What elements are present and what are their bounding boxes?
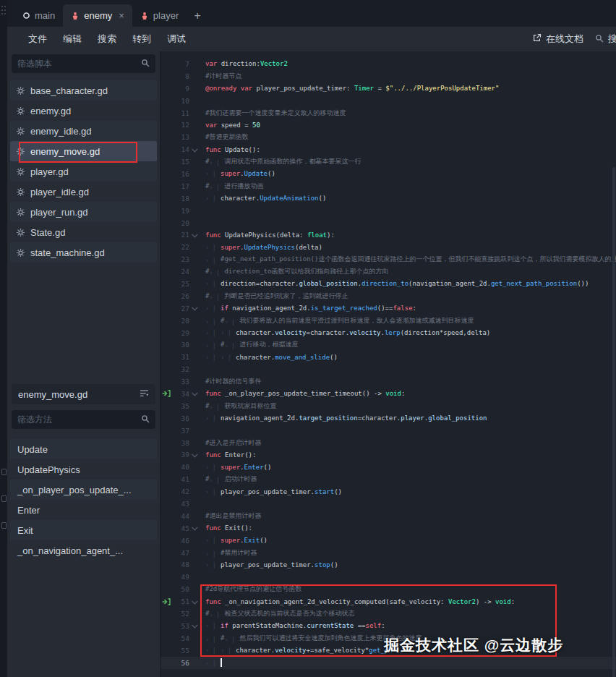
scene-tab-main[interactable]: main — [14, 4, 63, 27]
code-line-38[interactable]: 38#进入是开启计时器 — [161, 437, 616, 449]
code-line-44[interactable]: 44#退出是禁用计时器 — [161, 510, 616, 522]
gutter[interactable]: 36 — [161, 412, 202, 425]
gutter[interactable]: 40 — [161, 461, 202, 473]
code-line-11[interactable]: 11#我们还需要一个速度变量来定义敌人的移动速度 — [161, 107, 616, 119]
line-number[interactable]: 32 — [172, 365, 189, 373]
code-editor[interactable]: 7var direction:Vector28#计时器节点9@onready v… — [161, 51, 616, 677]
gutter[interactable]: 14 — [161, 143, 202, 156]
code-line-40[interactable]: 40›|super.Enter() — [161, 461, 616, 473]
script-list-item-enemy_idle.gd[interactable]: enemy_idle.gd — [10, 121, 157, 141]
gutter[interactable]: 18 — [161, 192, 202, 205]
fold-toggle[interactable] — [189, 233, 201, 237]
code-line-29[interactable]: 29›|›|character.velocity=character.veloc… — [161, 327, 616, 339]
sort-methods-button[interactable] — [140, 389, 149, 400]
code-line-27[interactable]: 27›|if navigation_agent_2d.is_target_rea… — [161, 302, 616, 315]
code-line-10[interactable]: 10 — [161, 95, 616, 107]
line-number[interactable]: 22 — [172, 243, 189, 251]
gutter[interactable]: 26 — [161, 290, 202, 302]
line-number[interactable]: 34 — [172, 390, 189, 398]
method-list-item[interactable]: Exit — [10, 520, 157, 540]
code-line-8[interactable]: 8#计时器节点 — [161, 70, 616, 82]
line-number[interactable]: 8 — [172, 72, 189, 80]
fold-arrow-icon[interactable] — [192, 305, 197, 310]
gutter[interactable]: 31 — [161, 351, 202, 363]
code-line-20[interactable]: 20 — [161, 217, 616, 229]
code-line-51[interactable]: 51func _on_navigation_agent_2d_velocity_… — [161, 595, 616, 608]
line-number[interactable]: 20 — [172, 219, 189, 227]
line-number[interactable]: 18 — [172, 195, 189, 203]
code-line-45[interactable]: 45func Exit(): — [161, 522, 616, 535]
dock-drag-handle[interactable] — [1, 6, 3, 7]
code-line-22[interactable]: 22›|super.UpdatePhysics(delta) — [161, 241, 616, 253]
fold-arrow-icon[interactable] — [192, 231, 197, 237]
line-number[interactable]: 40 — [172, 463, 189, 471]
code-line-50[interactable]: 50#2d导航代理节点的避让信号函数 — [161, 583, 616, 595]
line-number[interactable]: 13 — [172, 133, 189, 141]
signal-connection-slot[interactable] — [161, 598, 172, 605]
code-line-16[interactable]: 16›|super.Update() — [161, 168, 616, 180]
tab-close-icon[interactable]: × — [119, 10, 124, 21]
code-line-46[interactable]: 46›|super.Exit() — [161, 535, 616, 547]
gutter[interactable]: 15 — [161, 156, 202, 168]
line-number[interactable]: 10 — [172, 97, 189, 105]
line-number[interactable]: 51 — [172, 597, 189, 605]
gutter[interactable]: 51 — [161, 595, 202, 608]
fold-arrow-icon[interactable] — [192, 598, 197, 604]
fold-toggle[interactable] — [189, 148, 201, 152]
line-number[interactable]: 33 — [172, 378, 189, 386]
signal-connection-icon[interactable] — [162, 390, 171, 397]
gutter[interactable]: 8 — [161, 70, 202, 82]
line-number[interactable]: 21 — [172, 231, 189, 239]
gutter[interactable]: 33 — [161, 375, 202, 388]
gutter[interactable]: 7 — [161, 58, 202, 70]
gutter[interactable]: 50 — [161, 583, 202, 595]
line-number[interactable]: 31 — [172, 353, 189, 361]
signal-connection-icon[interactable] — [162, 598, 171, 605]
fold-arrow-icon[interactable] — [192, 451, 197, 457]
gutter[interactable]: 22 — [161, 241, 202, 253]
gutter[interactable]: 34 — [161, 388, 202, 400]
line-number[interactable]: 49 — [172, 573, 189, 581]
line-number[interactable]: 36 — [172, 414, 189, 422]
line-number[interactable]: 39 — [172, 451, 189, 459]
line-number[interactable]: 7 — [172, 60, 189, 68]
gutter[interactable]: 49 — [161, 571, 202, 583]
line-number[interactable]: 25 — [172, 280, 189, 288]
gutter[interactable]: 27 — [161, 302, 202, 315]
gutter[interactable]: 53 — [161, 620, 202, 632]
gutter[interactable]: 52 — [161, 608, 202, 620]
code-line-49[interactable]: 49 — [161, 571, 616, 583]
fold-arrow-icon[interactable] — [192, 524, 197, 530]
method-list-item[interactable]: UpdatePhysics — [10, 459, 157, 480]
line-number[interactable]: 50 — [172, 585, 189, 593]
gutter[interactable]: 25 — [161, 278, 202, 290]
gutter[interactable]: 24 — [161, 265, 202, 278]
menu-item-调试[interactable]: 调试 — [159, 33, 194, 46]
dock-toggle-icon[interactable] — [1, 469, 7, 475]
gutter[interactable]: 47 — [161, 547, 202, 559]
code-line-14[interactable]: 14func Update(): — [161, 143, 616, 156]
line-number[interactable]: 19 — [172, 207, 189, 215]
fold-toggle[interactable] — [189, 391, 201, 396]
script-list-item-enemy.gd[interactable]: enemy.gd — [10, 101, 157, 121]
code-line-12[interactable]: 12var speed = 50 — [161, 119, 616, 131]
menu-item-文件[interactable]: 文件 — [20, 33, 55, 46]
code-line-39[interactable]: 39func Enter(): — [161, 449, 616, 461]
gutter[interactable]: 17 — [161, 180, 202, 192]
line-number[interactable]: 45 — [172, 524, 189, 532]
script-list-item-player_run.gd[interactable]: player_run.gd — [10, 202, 157, 222]
fold-arrow-icon[interactable] — [192, 391, 197, 396]
gutter[interactable]: 43 — [161, 498, 202, 510]
fold-arrow-icon[interactable] — [192, 146, 197, 152]
gutter[interactable]: 54 — [161, 632, 202, 644]
line-number[interactable]: 29 — [172, 329, 189, 337]
script-filter-input[interactable]: 筛选脚本 — [12, 54, 155, 73]
script-list-item-State.gd[interactable]: State.gd — [10, 222, 157, 242]
code-line-47[interactable]: 47›|#禁用计时器 — [161, 547, 616, 559]
code-line-35[interactable]: 35#›|获取玩家目标位置 — [161, 400, 616, 412]
line-number[interactable]: 52 — [172, 610, 189, 618]
method-list-item[interactable]: _on_navigation_agent_... — [10, 540, 157, 561]
menu-item-搜索[interactable]: 搜索 — [90, 33, 124, 46]
line-number[interactable]: 35 — [172, 402, 189, 410]
editor-scrollbar[interactable] — [612, 167, 615, 677]
